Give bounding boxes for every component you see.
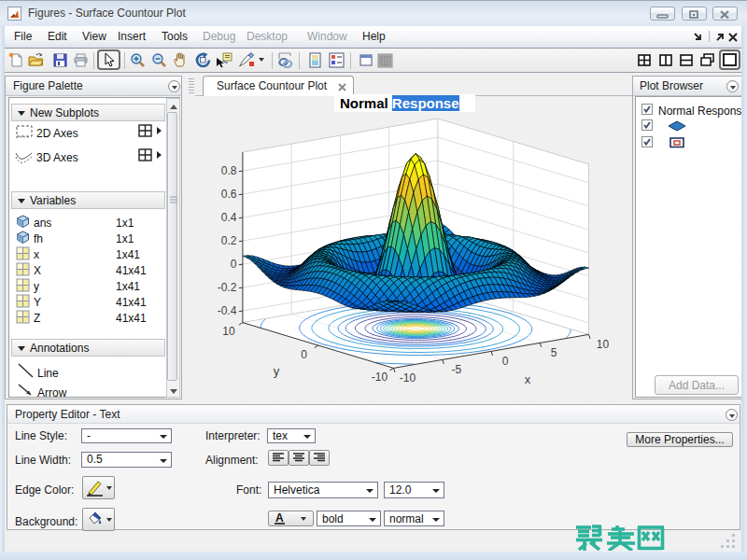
- svg-text:-10: -10: [372, 371, 388, 384]
- svg-text:10: 10: [597, 338, 610, 351]
- svg-text:x: x: [525, 372, 531, 386]
- svg-text:5: 5: [551, 346, 557, 359]
- svg-text:-10: -10: [400, 371, 416, 385]
- svg-text:-0.2: -0.2: [218, 281, 237, 294]
- svg-text:0.6: 0.6: [221, 188, 237, 201]
- svg-text:0.8: 0.8: [221, 164, 237, 177]
- svg-text:-0.4: -0.4: [218, 304, 237, 317]
- svg-text:-5: -5: [451, 363, 461, 376]
- svg-text:0: 0: [231, 258, 237, 271]
- svg-text:10: 10: [222, 325, 235, 338]
- svg-text:A: A: [275, 511, 284, 525]
- svg-text:0: 0: [502, 355, 509, 368]
- svg-text:y: y: [274, 364, 280, 378]
- svg-text:z: z: [195, 225, 196, 231]
- svg-text:0: 0: [301, 348, 307, 361]
- svg-text:0.4: 0.4: [221, 211, 237, 224]
- svg-text:0.2: 0.2: [221, 234, 237, 247]
